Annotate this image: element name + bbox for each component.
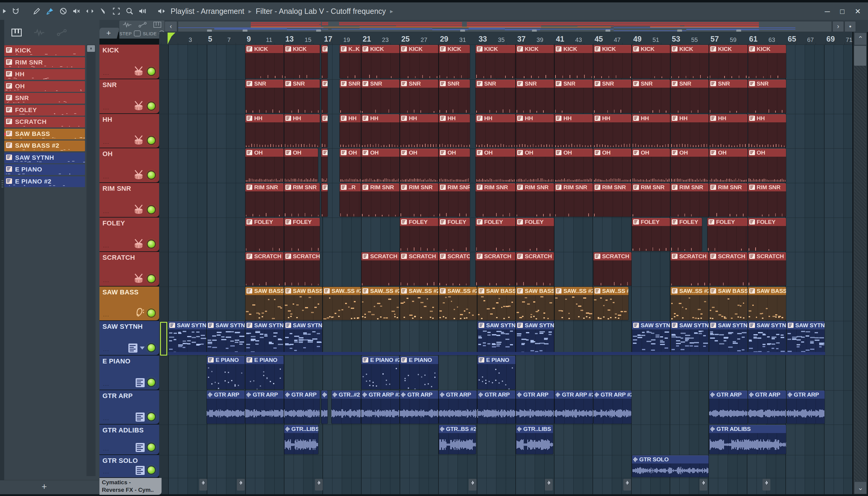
clip-rim-snr[interactable]: RIM SNR [748,183,786,217]
clip-saw-bass[interactable]: SAW BASS [477,287,515,320]
clip-gtr-arp[interactable]: GTR ARP #2 [593,390,631,424]
track-header-gtr-arp[interactable]: GTR ARP... [99,390,159,424]
track-enable-led[interactable] [148,344,155,351]
clip-kick[interactable]: KICK [632,45,670,78]
clip-gtr-arp[interactable]: GTR ARP [748,390,786,424]
track-enable-led[interactable] [148,275,155,282]
clip-saw-bass[interactable]: SAW BASS [709,287,747,320]
select-frame-icon[interactable] [110,5,123,17]
clip-gtr-arp[interactable]: GTR ARP [207,390,245,424]
clip-scratch[interactable]: SCRATCH [476,252,516,286]
clip-snr[interactable]: SNR [439,80,470,113]
track-header-gtr-solo[interactable]: GTR SOLO... [99,455,159,477]
panel-resize-grip[interactable] [1,180,3,189]
clip-saw-bass[interactable]: SAW..SS #2 [361,287,399,320]
reverse-fx-clip[interactable] [545,479,553,491]
clip-saw-bass[interactable]: SAW..SS #2 [323,287,361,320]
clip-scratch[interactable]: SCRATCH [671,252,709,286]
clip-gtr-arp[interactable]: GTR ARP #2 [361,390,399,424]
clip-oh[interactable]: OH [593,149,631,182]
track-header-rim-snr[interactable]: RIM SNR... [99,183,159,217]
clip-kick[interactable]: KICK [593,45,631,78]
delete-slash-icon[interactable] [57,5,70,17]
piano-keys-icon[interactable] [153,22,161,29]
clip-oh[interactable]: OH [284,149,318,182]
reverse-fx-clip[interactable] [469,479,477,491]
clip-kick[interactable]: KICK [361,45,399,78]
clip-rim-snr[interactable]: RIM SNR [516,183,554,217]
scroll-left-button[interactable]: ‹ [165,21,177,32]
clip-rim-snr[interactable]: RIM SNR [439,183,470,217]
vertical-scroll-thumb[interactable] [854,46,866,66]
scroll-up-button[interactable]: ⌃ [854,33,867,45]
zoom-magnifier-icon[interactable] [123,5,136,17]
clip-kick[interactable] [321,45,327,78]
clip-gtr-arp[interactable]: GTR ARP [516,390,554,424]
track-header-cymatics-reverse-fx[interactable]: Cymatics -Reverse FX - Cym.. [99,478,161,495]
clip-saw-sytnh[interactable]: SAW SYTNH [632,321,670,355]
clip-oh[interactable]: OH [245,149,283,182]
picker-tab-audio[interactable] [34,28,45,38]
clip-snr[interactable]: SNR [748,80,786,113]
clip-saw-bass[interactable]: SAW BASS [284,287,322,320]
lane-rim-snr[interactable]: RIM SNRRIM SNR..RRIM SNRRIM SNRRIM SNRRI… [159,183,852,218]
scroll-right-button[interactable]: › [833,21,844,32]
clip-rim-snr[interactable]: RIM SNR [284,183,320,217]
clip-hh[interactable]: HH [245,114,283,148]
reverse-fx-clip[interactable] [237,479,245,491]
vertical-scrollbar[interactable]: ⌃ ⌄ [854,32,867,494]
clip-rim-snr[interactable]: RIM SNR [361,183,399,217]
clip-saw-bass[interactable]: SAW BASS [516,287,554,320]
clip-scratch[interactable]: SCRATCH [748,252,786,286]
clip-hh[interactable] [321,114,327,148]
clip-gtr-solo[interactable]: GTR SOLO [632,455,709,477]
clip-e-piano[interactable]: E PIANO [400,356,438,389]
clip-gtr-arp[interactable]: GTR ARP [284,390,320,424]
clip-saw-bass[interactable]: SAW..SS #2 [671,287,709,320]
lane-hh[interactable]: HHHHHHHHHHHHHHHHHHHHHHHHHHHH [159,114,852,148]
reverse-fx-clip[interactable] [623,479,631,491]
track-header-oh[interactable]: OH... [99,148,159,182]
clip-saw-sytnh[interactable]: SAW SYTNH [168,321,206,355]
clip-saw-sytnh[interactable]: SAW SYTNH [284,321,322,355]
playlist-title-bar[interactable]: Playlist - Arrangement ▸ Filter - Analog… [157,7,393,16]
track-enable-led[interactable] [148,103,155,110]
clip-hh[interactable]: HH [340,114,361,148]
clip-saw-sytnh[interactable]: SAW SYTNH [477,321,515,355]
track-enable-led[interactable] [148,206,155,213]
track-enable-led[interactable] [148,309,155,317]
pattern-cell-e-piano-2[interactable]: E PIANO #2 [4,176,85,187]
clip-hh[interactable]: HH [400,114,438,148]
clip-foley[interactable]: FOLEY [439,218,470,251]
playhead-marker[interactable] [168,33,175,44]
track-header-kick[interactable]: KICK... [99,45,159,79]
clip-gtr-arp[interactable]: GTR ARP #2 [555,390,592,424]
zoom-fit-button[interactable]: • [844,21,856,32]
clip-foley[interactable]: FOLEY [748,218,786,251]
clip-gtr-arp[interactable]: GTR ARP [709,390,747,424]
clip-saw-bass[interactable]: SAW..SS #2 [593,287,629,320]
clip-saw-sytnh[interactable]: SAW SYTNH [709,321,747,355]
clip-scratch[interactable]: SCRATCH [400,252,438,286]
clip-snr[interactable]: SNR [361,80,399,113]
clip-kick[interactable]: K..K [340,45,361,78]
clip-foley[interactable]: FOLEY [516,218,554,251]
reverse-fx-clip[interactable] [699,479,707,491]
clip-gtr-adlibs[interactable]: GTR ADLIBS [709,425,786,454]
scroll-down-button[interactable]: ⌄ [854,482,867,494]
clip-hh[interactable]: HH [361,114,399,148]
clip-saw-bass[interactable]: SAW..SS #2 [439,287,477,320]
clip-snr[interactable]: SNR [555,80,592,113]
clip-oh[interactable]: OH [340,149,361,182]
track-enable-led[interactable] [148,413,155,420]
clip-rim-snr[interactable]: RIM SNR [593,183,631,217]
clip-kick[interactable]: KICK [245,45,283,78]
clip-foley[interactable]: FOLEY [476,218,516,251]
track-enable-led[interactable] [148,68,155,75]
track-header-gtr-adlibs[interactable]: GTR ADLIBS... [99,424,159,454]
clip-foley[interactable]: FOLEY [707,218,747,251]
clip-saw-bass[interactable]: SAW..SS #2 [400,287,438,320]
clip-kick[interactable]: KICK [476,45,516,78]
picker-scrollbar[interactable] [87,45,95,476]
track-header-snr[interactable]: SNR... [99,79,159,113]
